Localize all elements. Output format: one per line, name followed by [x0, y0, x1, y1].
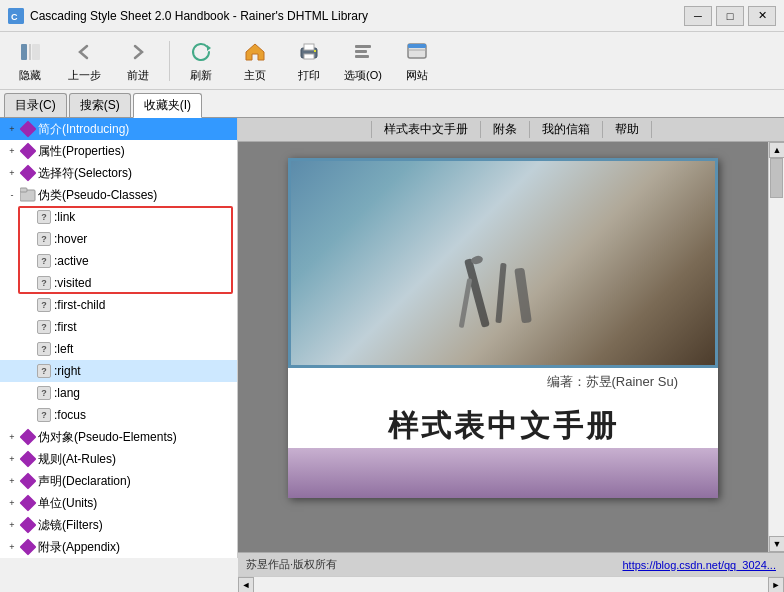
cover-tools — [443, 248, 563, 348]
tree-item-first[interactable]: ? :first — [0, 316, 237, 338]
svg-rect-19 — [495, 263, 506, 323]
content-top-nav: 样式表中文手册 附条 我的信箱 帮助 — [238, 118, 784, 142]
tree-item-focus[interactable]: ? :focus — [0, 404, 237, 426]
tree-item-link[interactable]: ? :link — [0, 206, 237, 228]
back-icon — [70, 38, 98, 66]
expand-appendix: + — [4, 539, 20, 555]
scroll-track[interactable] — [769, 158, 784, 536]
hide-button[interactable]: 隐藏 — [4, 35, 56, 87]
tree-item-appendix[interactable]: + 附录(Appendix) — [0, 536, 237, 558]
scroll-up-button[interactable]: ▲ — [769, 142, 784, 158]
question-icon-link: ? — [36, 209, 52, 225]
minimize-button[interactable]: ─ — [684, 6, 712, 26]
label-first-child: :first-child — [54, 298, 105, 312]
home-button[interactable]: 主页 — [229, 35, 281, 87]
tree-item-properties[interactable]: + 属性(Properties) — [0, 140, 237, 162]
nav-handbook[interactable]: 样式表中文手册 — [371, 121, 481, 138]
tree-item-introducing[interactable]: + 简介(Introducing) — [0, 118, 237, 140]
csdn-link[interactable]: https://blog.csdn.net/qq_3024... — [622, 559, 776, 571]
tree-item-selectors[interactable]: + 选择符(Selectors) — [0, 162, 237, 184]
tab-favorites[interactable]: 收藏夹(I) — [133, 93, 202, 118]
question-icon-focus: ? — [36, 407, 52, 423]
tree-item-filters[interactable]: + 滤镜(Filters) — [0, 514, 237, 536]
scroll-right-button[interactable]: ► — [768, 577, 784, 593]
refresh-icon — [187, 38, 215, 66]
forward-button[interactable]: 前进 — [112, 35, 164, 87]
book-cover: 编著：苏昱(Rainer Su) 样式表中文手册 — [288, 158, 718, 498]
hide-icon — [16, 38, 44, 66]
back-label: 上一步 — [68, 68, 101, 83]
svg-rect-21 — [459, 278, 473, 328]
nav-mailbox[interactable]: 我的信箱 — [530, 121, 603, 138]
horizontal-scrollbar[interactable]: ◄ ► — [238, 576, 784, 592]
tree-item-pseudo-elements[interactable]: + 伪对象(Pseudo-Elements) — [0, 426, 237, 448]
tree-item-hover[interactable]: ? :hover — [0, 228, 237, 250]
website-button[interactable]: 网站 — [391, 35, 443, 87]
refresh-button[interactable]: 刷新 — [175, 35, 227, 87]
svg-rect-14 — [408, 44, 426, 48]
svg-rect-4 — [32, 44, 40, 60]
options-icon — [349, 38, 377, 66]
tree-item-lang[interactable]: ? :lang — [0, 382, 237, 404]
label-filters: 滤镜(Filters) — [38, 517, 103, 534]
expand-filters: + — [4, 517, 20, 533]
pseudo-classes-children: ? :link ? :hover ? :active — [0, 206, 237, 294]
label-hover: :hover — [54, 232, 87, 246]
scroll-down-button[interactable]: ▼ — [769, 536, 784, 552]
tree-item-visited[interactable]: ? :visited — [0, 272, 237, 294]
label-pseudo-classes: 伪类(Pseudo-Classes) — [38, 187, 157, 204]
tree-item-active[interactable]: ? :active — [0, 250, 237, 272]
tree-item-declaration[interactable]: + 声明(Declaration) — [0, 470, 237, 492]
tree-item-first-child[interactable]: ? :first-child — [0, 294, 237, 316]
scroll-thumb[interactable] — [770, 158, 783, 198]
main-layout: + 简介(Introducing) + 属性(Properties) + — [0, 118, 784, 592]
tree-item-left[interactable]: ? :left — [0, 338, 237, 360]
svg-rect-20 — [514, 268, 532, 324]
label-properties: 属性(Properties) — [38, 143, 125, 160]
diamond-icon-selectors — [20, 165, 36, 181]
tree-item-pseudo-classes[interactable]: - 伪类(Pseudo-Classes) — [0, 184, 237, 206]
diamond-icon-at-rules — [20, 451, 36, 467]
question-icon-hover: ? — [36, 231, 52, 247]
scroll-left-button[interactable]: ◄ — [238, 577, 254, 593]
label-pseudo-elements: 伪对象(Pseudo-Elements) — [38, 429, 177, 446]
maximize-button[interactable]: □ — [716, 6, 744, 26]
label-declaration: 声明(Declaration) — [38, 473, 131, 490]
tab-contents[interactable]: 目录(C) — [4, 93, 67, 117]
diamond-icon-properties — [20, 143, 36, 159]
svg-marker-5 — [207, 45, 211, 51]
label-active: :active — [54, 254, 89, 268]
label-right: :right — [54, 364, 81, 378]
content-scroll-area: 编著：苏昱(Rainer Su) 样式表中文手册 ▲ ▼ — [238, 142, 784, 552]
folder-icon-pseudo-classes — [20, 187, 36, 203]
question-icon-active: ? — [36, 253, 52, 269]
content-scroll[interactable]: 编著：苏昱(Rainer Su) 样式表中文手册 — [238, 142, 768, 552]
label-selectors: 选择符(Selectors) — [38, 165, 132, 182]
app-icon: C — [8, 8, 24, 24]
label-appendix: 附录(Appendix) — [38, 539, 120, 556]
tree-item-right[interactable]: ? :right — [0, 360, 237, 382]
back-button[interactable]: 上一步 — [58, 35, 110, 87]
cover-title: 样式表中文手册 — [388, 406, 619, 447]
close-button[interactable]: ✕ — [748, 6, 776, 26]
vertical-scrollbar[interactable]: ▲ ▼ — [768, 142, 784, 552]
svg-rect-2 — [21, 44, 27, 60]
options-button[interactable]: 选项(O) — [337, 35, 389, 87]
nav-help[interactable]: 帮助 — [603, 121, 652, 138]
spacer-hover — [20, 231, 36, 247]
question-icon-right: ? — [36, 363, 52, 379]
tree-item-units[interactable]: + 单位(Units) — [0, 492, 237, 514]
diamond-icon-pseudo-elements — [20, 429, 36, 445]
print-button[interactable]: 打印 — [283, 35, 335, 87]
tab-search[interactable]: 搜索(S) — [69, 93, 131, 117]
svg-rect-8 — [304, 54, 314, 59]
home-icon — [241, 38, 269, 66]
spacer-active — [20, 253, 36, 269]
home-label: 主页 — [244, 68, 266, 83]
print-icon — [295, 38, 323, 66]
h-scroll-track[interactable] — [254, 577, 768, 592]
expand-pseudo-classes: - — [4, 187, 20, 203]
tree-item-at-rules[interactable]: + 规则(At-Rules) — [0, 448, 237, 470]
nav-appendix[interactable]: 附条 — [481, 121, 530, 138]
hide-label: 隐藏 — [19, 68, 41, 83]
